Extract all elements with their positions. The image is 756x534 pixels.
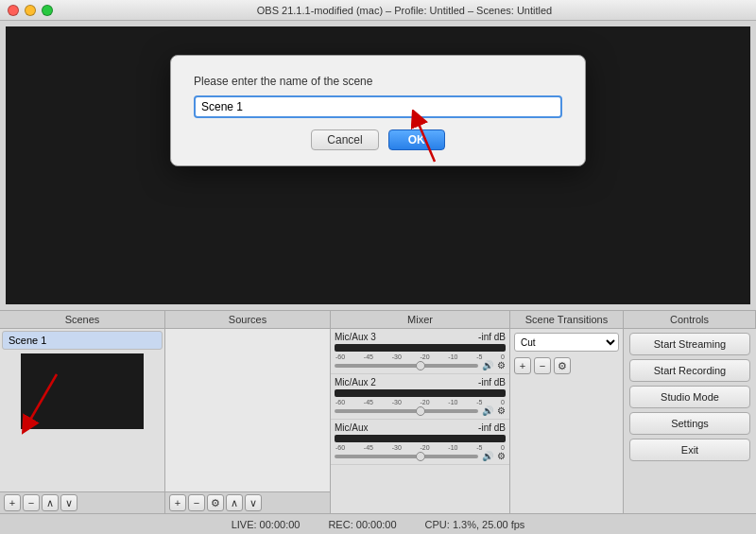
mixer-channel-2: Mic/Aux 2 -inf dB -60-45-30-20-10-50 🔊 [331,374,509,420]
sources-header: Sources [165,311,331,328]
dialog-buttons: Cancel OK [194,129,562,150]
mixer-ch3-db: -inf dB [478,422,506,433]
scenes-toolbar: + − ∧ ∨ [0,491,164,513]
mixer-ch2-controls: 🔊 ⚙ [335,405,506,416]
mixer-ch1-mute-button[interactable]: 🔊 [482,360,493,370]
move-scene-up-button[interactable]: ∧ [42,494,59,511]
source-settings-button[interactable]: ⚙ [207,494,224,511]
start-recording-button[interactable]: Start Recording [629,359,750,382]
add-transition-button[interactable]: + [514,357,531,374]
remove-transition-button[interactable]: − [534,357,551,374]
scenes-header: Scenes [0,311,165,328]
transitions-header: Scene Transitions [510,311,624,328]
scene-item[interactable]: Scene 1 [2,331,163,350]
mixer-ch2-config-button[interactable]: ⚙ [497,405,506,416]
dialog-overlay: Please enter the name of the scene Cance… [6,26,750,304]
mixer-channel-3: Mic/Aux -inf dB -60-45-30-20-10-50 🔊 [331,420,509,465]
mixer-ch2-meter [335,389,506,397]
mixer-ch3-header: Mic/Aux -inf dB [335,422,506,433]
close-button[interactable] [8,5,19,16]
controls-header: Controls [624,311,756,328]
maximize-button[interactable] [42,5,53,16]
scenes-panel: Scene 1 [0,329,165,513]
panel-body: Scene 1 [0,329,756,513]
meter-ticks: -60-45-30-20-10-50 [335,353,506,360]
mixer-ch2-db: -inf dB [478,377,506,388]
mixer-ch1-meter [335,344,506,352]
mixer-ch3-config-button[interactable]: ⚙ [497,451,506,461]
move-source-down-button[interactable]: ∨ [245,494,262,511]
mixer-ch1-controls: 🔊 ⚙ [335,360,506,370]
rec-status: REC: 00:00:00 [328,519,396,530]
statusbar: LIVE: 00:00:00 REC: 00:00:00 CPU: 1.3%, … [0,513,756,534]
settings-button[interactable]: Settings [629,412,750,435]
window-title: OBS 21.1.1-modified (mac) – Profile: Unt… [60,5,748,16]
panels: Scenes Sources Mixer Scene Transitions C… [0,310,756,513]
cancel-button[interactable]: Cancel [311,129,378,150]
start-streaming-button[interactable]: Start Streaming [629,333,750,355]
cpu-status: CPU: 1.3%, 25.00 fps [425,519,525,530]
move-source-up-button[interactable]: ∧ [226,494,243,511]
mixer-ch3-mute-button[interactable]: 🔊 [482,451,493,461]
add-source-button[interactable]: + [169,494,186,511]
meter-ticks-3: -60-45-30-20-10-50 [335,444,506,451]
exit-button[interactable]: Exit [629,439,750,461]
preview-area: Please enter the name of the scene Cance… [6,26,750,304]
titlebar: OBS 21.1.1-modified (mac) – Profile: Unt… [0,0,756,21]
mixer-ch3-volume-slider[interactable] [335,455,478,458]
main-content: Please enter the name of the scene Cance… [0,21,756,534]
studio-mode-button[interactable]: Studio Mode [629,386,750,408]
mixer-panel: Mic/Aux 3 -inf dB -60-45-30-20-10-50 🔊 [331,329,510,513]
transitions-panel: Cut + − ⚙ [510,329,624,513]
transition-select-wrap: Cut [514,333,619,352]
mixer-ch2-mute-button[interactable]: 🔊 [482,405,493,416]
controls-panel: Start Streaming Start Recording Studio M… [624,329,756,513]
sources-toolbar: + − ⚙ ∧ ∨ [165,491,330,513]
mixer-ch1-header: Mic/Aux 3 -inf dB [335,332,506,342]
mixer-ch3-meter [335,435,506,442]
sources-list [165,329,330,491]
scene-name-input[interactable] [194,95,562,118]
mixer-header: Mixer [331,311,510,328]
scene-thumbnail [21,353,144,429]
remove-scene-button[interactable]: − [23,494,40,511]
meter-ticks-2: -60-45-30-20-10-50 [335,399,506,405]
mixer-ch2-name: Mic/Aux 2 [335,377,376,388]
panel-headers: Scenes Sources Mixer Scene Transitions C… [0,310,756,329]
mixer-ch1-config-button[interactable]: ⚙ [497,360,506,370]
mixer-ch3-controls: 🔊 ⚙ [335,451,506,461]
scenes-list: Scene 1 [0,329,164,491]
dialog-label: Please enter the name of the scene [194,75,562,88]
remove-source-button[interactable]: − [188,494,205,511]
sources-panel: + − ⚙ ∧ ∨ [165,329,331,513]
mixer-ch3-name: Mic/Aux [335,422,369,433]
mixer-ch2-volume-slider[interactable] [335,409,478,413]
live-status: LIVE: 00:00:00 [232,519,301,530]
minimize-button[interactable] [25,5,36,16]
window-controls[interactable] [8,5,53,16]
add-scene-button[interactable]: + [4,494,21,511]
transition-select[interactable]: Cut [514,333,619,352]
mixer-ch1-db: -inf dB [478,332,506,342]
mixer-channel-1: Mic/Aux 3 -inf dB -60-45-30-20-10-50 🔊 [331,329,509,374]
mixer-ch2-header: Mic/Aux 2 -inf dB [335,377,506,388]
move-scene-down-button[interactable]: ∨ [60,494,77,511]
transitions-toolbar: + − ⚙ [514,357,619,374]
ok-button[interactable]: OK [388,129,445,150]
mixer-ch1-name: Mic/Aux 3 [335,332,376,342]
scene-name-dialog: Please enter the name of the scene Cance… [170,55,586,166]
transition-settings-button[interactable]: ⚙ [554,357,571,374]
mixer-ch1-volume-slider[interactable] [335,364,478,368]
